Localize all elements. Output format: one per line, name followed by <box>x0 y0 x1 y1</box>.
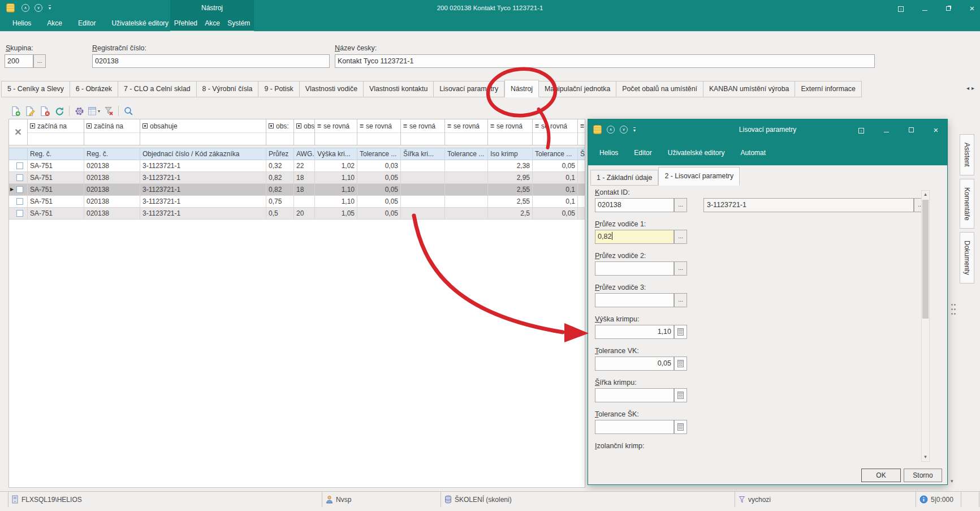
filter-input[interactable] <box>401 133 444 145</box>
filter-operator[interactable]: začíná na <box>84 119 140 133</box>
search-icon[interactable] <box>122 105 135 117</box>
filter-operator[interactable]: =se rovná <box>488 119 532 133</box>
tab-pocet-obalu-na-umisteni[interactable]: Počet obalů na umístění <box>616 81 703 97</box>
column-header-vyska-kri[interactable]: Výška kri... <box>315 148 357 160</box>
field-input-vyska-krimpu[interactable]: 1,10 <box>595 325 674 339</box>
row-checkbox[interactable] <box>16 210 23 217</box>
dialog-maximize-button[interactable] <box>906 126 916 134</box>
calculator-button[interactable] <box>674 420 687 434</box>
field-input-sirka-krimpu[interactable] <box>595 388 674 402</box>
column-header-iso-krimp[interactable]: Iso krimp <box>488 148 533 160</box>
ok-button[interactable]: OK <box>861 469 901 482</box>
column-header-objednaci-cislo-kod-zakaznika[interactable]: Objednací číslo / Kód zákazníka <box>140 148 266 160</box>
ribbon-display-icon[interactable]: ↑ <box>896 4 905 12</box>
filter-operator[interactable]: obs <box>294 119 314 133</box>
tab-kanban-umisteni-vyroba[interactable]: KANBAN umístění výroba <box>703 81 795 97</box>
filter-input[interactable] <box>84 133 140 145</box>
filter-input[interactable] <box>578 133 585 145</box>
view-select-icon[interactable]: ▾ <box>87 105 101 117</box>
filter-operator[interactable]: =se rovná <box>357 119 400 133</box>
filter-operator[interactable]: obsahuje <box>140 119 266 133</box>
customize-caret-icon[interactable]: ▾ <box>49 5 51 11</box>
side-tab-komentare[interactable]: Komentáře <box>960 179 974 229</box>
filter-operator[interactable]: =se rovná <box>578 119 585 133</box>
calculator-button[interactable] <box>674 388 687 402</box>
tab-externi-informace[interactable]: Externí informace <box>795 81 861 97</box>
filter-input[interactable] <box>315 133 357 145</box>
dialog-collapse-circle-icon[interactable]: ∧ <box>607 126 615 134</box>
nazev-cesky-input[interactable] <box>335 54 875 68</box>
menu-item-editor[interactable]: Editor <box>70 16 103 31</box>
field-input-tolerance-vk[interactable]: 0,05 <box>595 357 674 371</box>
dialog-menu-item-helios[interactable]: Helios <box>592 140 626 165</box>
tab-9-potisk[interactable]: 9 - Potisk <box>258 81 299 97</box>
dialog-menu-item-automat[interactable]: Automat <box>732 140 774 165</box>
tab-manipulacni-jednotka[interactable]: Manipulační jednotka <box>539 81 616 97</box>
menu-item-akce[interactable]: Akce <box>39 16 70 31</box>
table-row[interactable]: SA-7510201383-1123721-10,32221,020,032,3… <box>9 160 585 172</box>
tab-5-ceniky-a-slevy[interactable]: 5 - Ceníky a Slevy <box>1 81 70 97</box>
new-record-icon[interactable] <box>8 105 22 117</box>
field-input2-kontakt-id[interactable]: 3-1123721-1 <box>703 198 914 212</box>
filter-operator[interactable]: obs: <box>266 119 293 133</box>
column-header-s[interactable]: Š... <box>578 148 585 160</box>
side-tab-dokumenty[interactable]: Dokumenty <box>960 232 974 284</box>
dialog-minimize-button[interactable] <box>882 126 891 134</box>
column-header-reg-c[interactable]: Reg. č. <box>28 148 84 160</box>
column-header-awg[interactable]: AWG... <box>294 148 315 160</box>
browse-button[interactable]: ... <box>674 230 687 244</box>
menu-item-uzivatelske-editory[interactable]: Uživatelské editory <box>103 16 176 31</box>
side-tab-asistent[interactable]: Asistent <box>960 134 974 175</box>
filter-operator[interactable]: =se rovná <box>401 119 444 133</box>
browse-button[interactable]: ... <box>674 261 687 276</box>
edit-record-icon[interactable] <box>23 105 37 117</box>
context-menu-item-akce[interactable]: Akce <box>202 16 222 31</box>
calculator-button[interactable] <box>674 325 687 339</box>
field-input-prurez-vodice-1[interactable]: 0,82 <box>595 230 674 244</box>
filter-input[interactable] <box>140 133 266 145</box>
delete-record-icon[interactable] <box>38 105 51 117</box>
filter-operator[interactable]: =se rovná <box>315 119 357 133</box>
dialog-expand-circle-icon[interactable]: ∨ <box>620 126 628 134</box>
registracni-cislo-input[interactable] <box>92 54 330 68</box>
filter-input[interactable] <box>28 133 84 145</box>
dialog-menu-item-editor[interactable]: Editor <box>626 140 659 165</box>
row-checkbox[interactable] <box>16 198 23 205</box>
cancel-filter-icon[interactable] <box>102 105 115 117</box>
panel-scroll-down-icon[interactable]: ▾ <box>951 478 953 484</box>
expand-circle-icon[interactable]: ∨ <box>34 4 42 12</box>
tab-vlastnosti-vodice[interactable]: Vlastnosti vodiče <box>300 81 364 97</box>
column-header-sirka-kri[interactable]: Šířka kri... <box>401 148 445 160</box>
storno-button[interactable]: Storno <box>904 469 942 482</box>
filter-input[interactable] <box>488 133 532 145</box>
dialog-menu-item-uzivatelske-editory[interactable]: Uživatelské editory <box>660 140 733 165</box>
table-row[interactable]: SA-7510201383-1123721-10,5201,050,052,50… <box>9 208 585 220</box>
skupina-input[interactable] <box>5 54 33 68</box>
browse-button[interactable]: ... <box>674 198 687 212</box>
table-row[interactable]: SA-7510201383-1123721-10,82181,100,052,9… <box>9 172 585 184</box>
scrollbar-thumb[interactable] <box>922 200 929 319</box>
filter-input[interactable] <box>266 133 293 145</box>
scroll-tabs-right-icon[interactable]: ▸ <box>972 85 977 91</box>
scroll-up-icon[interactable]: ▲ <box>922 191 929 199</box>
filter-operator[interactable]: =se rovná <box>533 119 577 133</box>
settings-gear-icon[interactable] <box>72 105 86 117</box>
context-menu-item-prehled[interactable]: Přehled <box>172 16 200 31</box>
collapse-circle-icon[interactable]: ∧ <box>21 4 29 12</box>
row-checkbox[interactable] <box>16 174 23 181</box>
filter-input[interactable] <box>533 133 577 145</box>
row-checkbox[interactable] <box>16 186 23 193</box>
dialog-close-button[interactable]: × <box>931 125 940 135</box>
tab-lisovaci-parametry[interactable]: Lisovací parametry <box>434 81 504 97</box>
filter-operator[interactable]: =se rovná <box>445 119 487 133</box>
close-button[interactable]: × <box>968 3 977 13</box>
minimize-button[interactable] <box>920 4 929 12</box>
column-header-tolerance[interactable]: Tolerance ... <box>533 148 578 160</box>
dialog-ribbon-display-icon[interactable]: ↑ <box>857 126 866 134</box>
field-input-prurez-vodice-3[interactable] <box>595 293 674 307</box>
column-header-prurez[interactable]: Průřez <box>266 148 294 160</box>
tab-7-clo-a-celni-sklad[interactable]: 7 - CLO a Celní sklad <box>118 81 197 97</box>
clear-filter-button[interactable]: ✕ <box>9 119 28 145</box>
row-checkbox[interactable] <box>16 162 23 169</box>
tab-8-vyrobni-cisla[interactable]: 8 - Výrobní čísla <box>197 81 259 97</box>
